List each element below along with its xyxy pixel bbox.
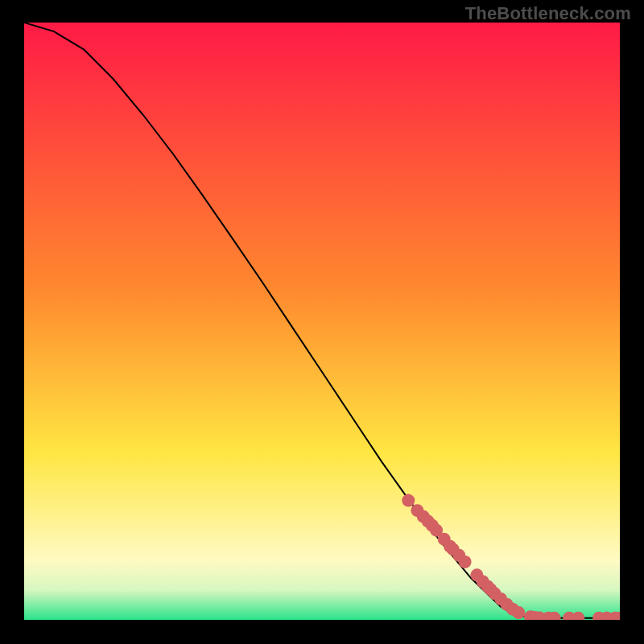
gradient-background — [24, 23, 620, 620]
data-marker — [459, 555, 472, 568]
data-marker — [512, 606, 525, 619]
data-marker — [402, 494, 415, 507]
chart-stage: TheBottleneck.com — [0, 0, 644, 644]
watermark-text: TheBottleneck.com — [465, 3, 631, 24]
chart-svg — [24, 23, 620, 620]
plot-area — [24, 23, 620, 620]
